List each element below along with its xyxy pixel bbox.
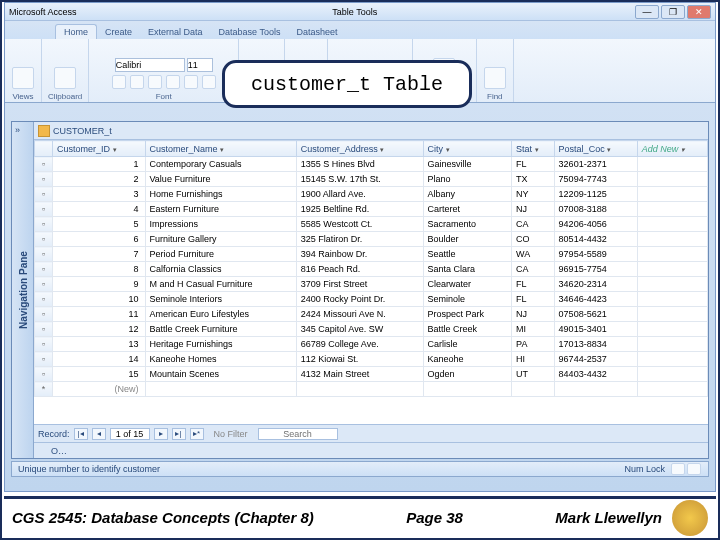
- bold-button[interactable]: [112, 75, 126, 89]
- ribbon-tabs: Home Create External Data Database Tools…: [5, 21, 715, 39]
- table-row[interactable]: ▫1Contemporary Casuals1355 S Hines BlvdG…: [35, 157, 708, 172]
- tab-home[interactable]: Home: [55, 24, 97, 39]
- tab-database-tools[interactable]: Database Tools: [211, 25, 289, 39]
- tab-external-data[interactable]: External Data: [140, 25, 211, 39]
- filter-status: No Filter: [214, 429, 248, 439]
- footer-course: CGS 2545: Database Concepts (Chapter 8): [12, 509, 314, 526]
- document-area: » Navigation Pane CUSTOMER_t Customer_ID…: [11, 121, 709, 459]
- footer-page: Page 38: [406, 509, 463, 526]
- table-row[interactable]: ▫12Battle Creek Furniture345 Capitol Ave…: [35, 322, 708, 337]
- italic-button[interactable]: [130, 75, 144, 89]
- app-title: Microsoft Access: [9, 7, 77, 17]
- column-header[interactable]: Customer_Address ▾: [296, 141, 423, 157]
- column-header[interactable]: Stat ▾: [512, 141, 555, 157]
- view-button[interactable]: [12, 67, 34, 89]
- maximize-button[interactable]: ❐: [661, 5, 685, 19]
- column-header[interactable]: Customer_Name ▾: [145, 141, 296, 157]
- record-navigator: Record: |◂ ◂ ▸ ▸| ▸* No Filter: [34, 424, 708, 442]
- table-row[interactable]: ▫5Impressions5585 Westcott Ct.Sacramento…: [35, 217, 708, 232]
- navpane-label: Navigation Pane: [17, 251, 28, 329]
- next-record-button[interactable]: ▸: [154, 428, 168, 440]
- ucf-logo: [672, 500, 708, 536]
- table-row[interactable]: ▫6Furniture Gallery325 Flatiron Dr.Bould…: [35, 232, 708, 247]
- table-row[interactable]: ▫8Calfornia Classics816 Peach Rd.Santa C…: [35, 262, 708, 277]
- table-icon: [38, 446, 48, 456]
- footer-author: Mark Llewellyn: [555, 509, 662, 526]
- context-tools: Table Tools: [332, 7, 377, 17]
- search-input[interactable]: [258, 428, 338, 440]
- status-bar: Unique number to identify customer Num L…: [11, 461, 709, 477]
- table-row[interactable]: ▫15Mountain Scenes4132 Main StreetOgdenU…: [35, 367, 708, 382]
- table-row[interactable]: ▫14Kaneohe Homes112 Kiowai St.KaneoheHI9…: [35, 352, 708, 367]
- table-tab-label: CUSTOMER_t: [53, 126, 112, 136]
- table-row[interactable]: ▫2Value Furniture15145 S.W. 17th St.Plan…: [35, 172, 708, 187]
- ribbon-group-views: Views: [5, 39, 42, 102]
- navpane-expand-icon[interactable]: »: [15, 125, 20, 135]
- align-right-button[interactable]: [202, 75, 216, 89]
- status-text: Unique number to identify customer: [18, 464, 160, 474]
- navigation-pane[interactable]: » Navigation Pane: [12, 122, 34, 458]
- font-name-input[interactable]: [115, 58, 185, 72]
- minimize-button[interactable]: —: [635, 5, 659, 19]
- callout-label: customer_t Table: [222, 60, 472, 108]
- table-row[interactable]: ▫13Heritage Furnishings66789 College Ave…: [35, 337, 708, 352]
- align-left-button[interactable]: [166, 75, 180, 89]
- ribbon-group-font: Font: [89, 39, 239, 102]
- prev-record-button[interactable]: ◂: [92, 428, 106, 440]
- ribbon-group-find: Find: [477, 39, 514, 102]
- paste-button[interactable]: [54, 67, 76, 89]
- table-tab[interactable]: CUSTOMER_t: [34, 122, 708, 140]
- tab-datasheet[interactable]: Datasheet: [288, 25, 345, 39]
- record-label: Record:: [38, 429, 70, 439]
- slide-footer: CGS 2545: Database Concepts (Chapter 8) …: [4, 496, 716, 536]
- table-row[interactable]: ▫7Period Furniture394 Rainbow Dr.Seattle…: [35, 247, 708, 262]
- datasheet-grid[interactable]: Customer_ID ▾Customer_Name ▾Customer_Add…: [34, 140, 708, 424]
- last-record-button[interactable]: ▸|: [172, 428, 186, 440]
- numlock-indicator: Num Lock: [624, 464, 665, 474]
- column-header[interactable]: Customer_ID ▾: [53, 141, 146, 157]
- column-header[interactable]: Add New ▾: [637, 141, 707, 157]
- table-row[interactable]: ▫4Eastern Furniture1925 Beltline Rd.Cart…: [35, 202, 708, 217]
- table-icon: [38, 125, 50, 137]
- table-row[interactable]: ▫3Home Furnishings1900 Allard Ave.Albany…: [35, 187, 708, 202]
- ribbon-group-clipboard: Clipboard: [42, 39, 89, 102]
- close-button[interactable]: ✕: [687, 5, 711, 19]
- column-header[interactable]: Postal_Coc ▾: [554, 141, 637, 157]
- datasheet-window: CUSTOMER_t Customer_ID ▾Customer_Name ▾C…: [34, 122, 708, 458]
- new-record-button[interactable]: ▸*: [190, 428, 204, 440]
- record-position-input[interactable]: [110, 428, 150, 440]
- align-center-button[interactable]: [184, 75, 198, 89]
- view-design-button[interactable]: [687, 463, 701, 475]
- object-bar: O…: [34, 442, 708, 458]
- tab-create[interactable]: Create: [97, 25, 140, 39]
- first-record-button[interactable]: |◂: [74, 428, 88, 440]
- find-button[interactable]: [484, 67, 506, 89]
- column-header[interactable]: City ▾: [423, 141, 511, 157]
- view-datasheet-button[interactable]: [671, 463, 685, 475]
- font-size-input[interactable]: [187, 58, 213, 72]
- table-row[interactable]: ▫9M and H Casual Furniture3709 First Str…: [35, 277, 708, 292]
- table-row[interactable]: ▫11American Euro Lifestyles2424 Missouri…: [35, 307, 708, 322]
- underline-button[interactable]: [148, 75, 162, 89]
- titlebar: Microsoft Access Table Tools — ❐ ✕: [5, 3, 715, 21]
- new-row[interactable]: *(New): [35, 382, 708, 397]
- table-row[interactable]: ▫10Seminole Interiors2400 Rocky Point Dr…: [35, 292, 708, 307]
